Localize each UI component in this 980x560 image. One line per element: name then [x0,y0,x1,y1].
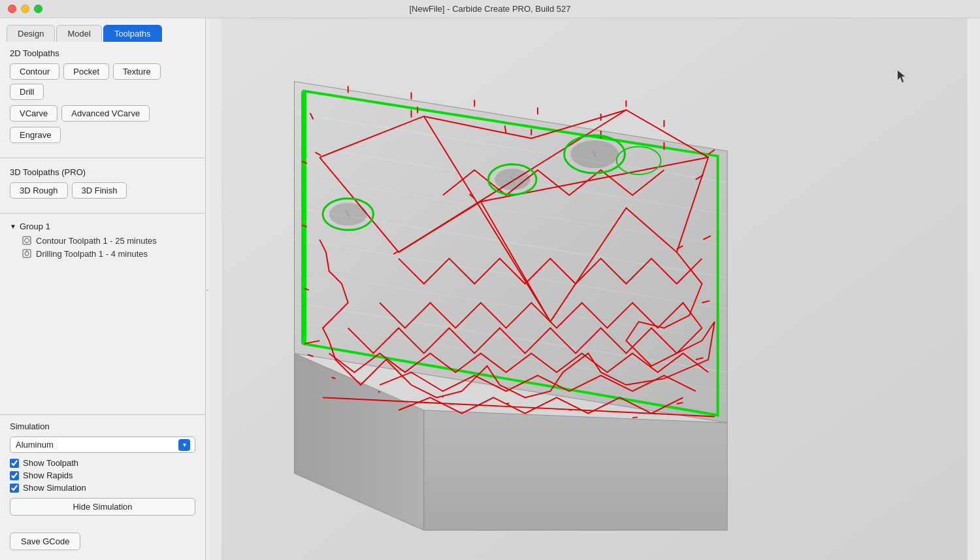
minimize-button[interactable] [21,5,29,13]
titlebar: [NewFile] - Carbide Create PRO, Build 52… [0,0,980,18]
3d-canvas [209,18,980,560]
contour-toolpath-icon [22,235,32,246]
group-1-label: Group 1 [20,222,50,231]
svg-line-35 [569,410,572,410]
save-gcode-button[interactable]: Save GCode [10,533,80,550]
main-container: Design Model Toolpaths 2D Toolpaths Cont… [0,18,980,560]
traffic-lights [8,5,42,13]
2d-toolpaths-section: 2D Toolpaths Contour Pocket Texture Dril… [0,42,205,155]
pocket-button[interactable]: Pocket [63,63,109,80]
viewport[interactable] [209,18,980,560]
engrave-button[interactable]: Engrave [10,127,61,143]
show-toolpath-checkbox-label[interactable]: Show Toolpath [10,458,195,468]
divider-1 [0,157,205,158]
toolpath-list: ▼ Group 1 Contour Toolpath 1 - 25 minute… [0,216,205,414]
svg-line-38 [378,391,380,393]
contour-button[interactable]: Contour [10,63,59,80]
maximize-button[interactable] [34,5,42,13]
contour-toolpath-label: Contour Toolpath 1 - 25 minutes [36,236,157,246]
group-1-header[interactable]: ▼ Group 1 [10,222,195,231]
3d-toolpaths-buttons: 3D Rough 3D Finish [10,182,195,199]
divider-2 [0,213,205,214]
tab-bar: Design Model Toolpaths [0,18,205,42]
tab-model[interactable]: Model [56,25,101,42]
2d-toolpaths-row3: Engrave [10,127,195,143]
group-chevron-icon: ▼ [10,223,16,230]
tab-toolpaths[interactable]: Toolpaths [103,25,162,42]
toolpath-item-contour[interactable]: Contour Toolpath 1 - 25 minutes [10,234,195,247]
3d-finish-button[interactable]: 3D Finish [72,182,127,199]
vcarve-button[interactable]: VCarve [10,105,57,122]
show-rapids-label: Show Rapids [23,470,73,480]
material-select[interactable]: Aluminum Wood Plastic Brass Steel [10,436,195,453]
drill-button[interactable]: Drill [10,84,44,100]
svg-line-36 [506,403,510,404]
2d-toolpaths-title: 2D Toolpaths [10,48,195,58]
drilling-toolpath-icon [22,248,32,259]
2d-toolpaths-row2: VCarve Advanced VCarve [10,105,195,122]
2d-toolpaths-row1: Contour Pocket Texture Drill [10,63,195,100]
svg-point-2 [25,252,29,255]
sidebar: Design Model Toolpaths 2D Toolpaths Cont… [0,18,206,560]
show-toolpath-label: Show Toolpath [23,458,78,468]
simulation-section: Simulation Aluminum Wood Plastic Brass S… [0,414,205,526]
show-toolpath-checkbox[interactable] [10,459,19,468]
toolpath-item-drilling[interactable]: Drilling Toolpath 1 - 4 minutes [10,247,195,260]
show-simulation-checkbox-label[interactable]: Show Simulation [10,483,195,493]
3d-toolpaths-title: 3D Toolpaths (PRO) [10,167,195,177]
bottom-section: Save GCode [0,526,205,560]
advanced-vcarve-button[interactable]: Advanced VCarve [61,105,150,122]
svg-line-34 [632,417,638,418]
window-title: [NewFile] - Carbide Create PRO, Build 52… [409,4,570,14]
3d-scene-svg [209,18,980,560]
simulation-checkboxes: Show Toolpath Show Rapids Show Simulatio… [10,458,195,493]
show-rapids-checkbox[interactable] [10,471,19,480]
hide-simulation-button[interactable]: Hide Simulation [10,498,195,516]
cursor-indicator [898,71,902,77]
box-front-face [424,410,727,531]
drilling-toolpath-label: Drilling Toolpath 1 - 4 minutes [36,249,148,259]
tab-design[interactable]: Design [7,25,55,42]
show-simulation-checkbox[interactable] [10,484,19,493]
3d-rough-button[interactable]: 3D Rough [10,182,68,199]
show-rapids-checkbox-label[interactable]: Show Rapids [10,470,195,480]
texture-button[interactable]: Texture [113,63,161,80]
material-select-wrapper: Aluminum Wood Plastic Brass Steel ▾ [10,436,195,453]
simulation-title: Simulation [10,421,195,431]
show-simulation-label: Show Simulation [23,483,86,493]
3d-toolpaths-section: 3D Toolpaths (PRO) 3D Rough 3D Finish [0,161,205,210]
close-button[interactable] [8,5,16,13]
